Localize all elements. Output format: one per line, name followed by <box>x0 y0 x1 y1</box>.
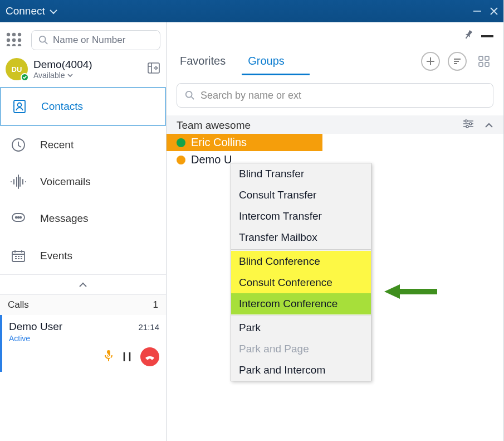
svg-point-9 <box>40 36 46 42</box>
add-group-button[interactable] <box>421 52 440 71</box>
contacts-icon <box>10 98 29 115</box>
tab-favorites-label: Favorites <box>180 55 226 67</box>
tabs: Favorites Groups <box>167 49 503 74</box>
user-name: Demo(4004) <box>33 59 92 71</box>
svg-point-27 <box>465 120 467 122</box>
svg-point-28 <box>469 123 472 125</box>
nav-voicemails-label: Voicemails <box>40 176 91 188</box>
minimize-icon[interactable] <box>473 11 481 12</box>
svg-point-17 <box>18 217 19 219</box>
user-text: Demo(4004) Available <box>33 59 92 80</box>
collapse-panel-icon[interactable] <box>481 31 493 41</box>
svg-point-7 <box>12 44 16 46</box>
presence-dot <box>177 138 185 147</box>
search-icon <box>38 35 48 45</box>
user-status[interactable]: Available <box>33 71 92 80</box>
member-name: Eric Collins <box>191 136 247 149</box>
calls-bar: Calls 1 <box>0 294 166 315</box>
menu-intercom-conference[interactable]: Intercom Conference <box>231 293 371 314</box>
menu-transfer-mailbox[interactable]: Transfer Mailbox <box>231 227 371 248</box>
svg-rect-23 <box>485 56 489 60</box>
hold-icon[interactable] <box>121 351 133 363</box>
group-settings-icon[interactable] <box>462 119 474 132</box>
group-search-input[interactable]: Search by name or ext <box>177 83 493 108</box>
sort-icon <box>452 56 462 66</box>
menu-intercom-transfer[interactable]: Intercom Transfer <box>231 206 371 227</box>
group-collapse-icon[interactable] <box>485 119 493 132</box>
group-header[interactable]: Team awesome <box>167 115 503 134</box>
svg-point-8 <box>18 44 21 46</box>
presence-badge <box>21 73 29 81</box>
calls-label: Calls <box>8 299 29 311</box>
nav-events[interactable]: Events <box>0 237 166 274</box>
menu-park-and-page: Park and Page <box>231 338 371 360</box>
nav-voicemails[interactable]: Voicemails <box>0 163 166 200</box>
dialpad-icon[interactable] <box>6 32 26 49</box>
annotation-arrow <box>384 283 437 300</box>
context-menu: Blind Transfer Consult Transfer Intercom… <box>231 163 371 381</box>
avatar[interactable]: DU <box>6 58 28 80</box>
tab-favorites[interactable]: Favorites <box>177 49 229 73</box>
menu-blind-transfer[interactable]: Blind Transfer <box>231 163 371 185</box>
calls-count: 1 <box>153 299 158 311</box>
active-call[interactable]: Demo User 21:14 Active <box>0 315 166 372</box>
nav-events-label: Events <box>40 250 72 262</box>
pin-icon[interactable] <box>459 27 476 44</box>
user-row: DU Demo(4004) Available <box>0 58 166 87</box>
menu-separator <box>231 316 371 316</box>
svg-point-0 <box>7 33 10 36</box>
top-actions <box>167 22 503 49</box>
nav-contacts[interactable]: Contacts <box>0 87 166 126</box>
user-status-label: Available <box>33 71 65 80</box>
svg-point-4 <box>12 38 16 42</box>
group-search-placeholder: Search by name or ext <box>200 90 301 101</box>
svg-point-11 <box>155 67 157 69</box>
nav-recent[interactable]: Recent <box>0 126 166 163</box>
nav-messages[interactable]: Messages <box>0 200 166 237</box>
tab-groups-label: Groups <box>248 55 285 67</box>
call-status: Active <box>9 334 159 343</box>
nav: Contacts Recent Voicemails <box>0 87 166 294</box>
app-title: Connect <box>6 5 45 17</box>
sidebar: Name or Number DU Demo(4004) Available <box>0 22 167 441</box>
member-row[interactable]: Eric Collins <box>167 134 322 151</box>
svg-rect-25 <box>485 62 489 66</box>
svg-point-2 <box>18 33 21 36</box>
menu-blind-conference[interactable]: Blind Conference <box>231 251 371 272</box>
menu-park-and-intercom[interactable]: Park and Intercom <box>231 360 371 381</box>
titlebar-right <box>473 7 498 15</box>
view-grid-button[interactable] <box>474 52 493 71</box>
menu-park[interactable]: Park <box>231 317 371 338</box>
mute-icon[interactable] <box>104 350 114 364</box>
nav-collapse[interactable] <box>0 274 166 294</box>
close-icon[interactable] <box>490 7 498 15</box>
search-input[interactable]: Name or Number <box>31 30 160 50</box>
svg-point-1 <box>12 33 16 36</box>
search-row: Name or Number <box>0 22 166 58</box>
svg-point-18 <box>20 217 22 219</box>
nav-contacts-label: Contacts <box>41 100 83 113</box>
svg-point-16 <box>16 217 17 219</box>
member-name: Demo U <box>191 153 232 166</box>
svg-point-29 <box>466 125 468 128</box>
hangup-icon[interactable] <box>140 347 159 366</box>
svg-point-3 <box>7 38 10 42</box>
avatar-initials: DU <box>12 65 22 74</box>
menu-separator <box>231 249 371 250</box>
svg-point-6 <box>7 44 10 46</box>
sort-button[interactable] <box>448 52 467 71</box>
recent-icon <box>9 137 28 153</box>
call-name: Demo User <box>9 321 62 333</box>
call-controls <box>9 347 159 366</box>
svg-rect-21 <box>481 35 493 37</box>
svg-point-26 <box>186 91 192 98</box>
tab-groups[interactable]: Groups <box>244 49 288 73</box>
search-placeholder: Name or Number <box>53 35 125 46</box>
user-settings-icon[interactable] <box>147 61 160 77</box>
menu-consult-transfer[interactable]: Consult Transfer <box>231 185 371 206</box>
titlebar-left: Connect <box>6 5 57 17</box>
title-dropdown-caret[interactable] <box>50 5 57 17</box>
menu-consult-conference[interactable]: Consult Conference <box>231 272 371 293</box>
presence-dot <box>177 156 185 164</box>
plus-icon <box>425 56 436 66</box>
